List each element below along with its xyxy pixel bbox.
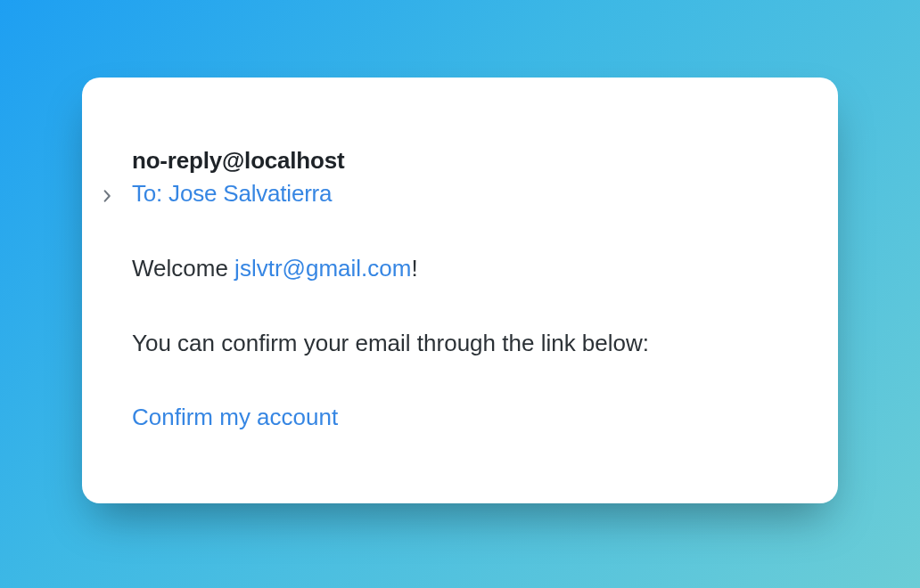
confirm-instruction-text: You can confirm your email through the l… — [132, 327, 788, 361]
to-line[interactable]: To: Jose Salvatierra — [132, 180, 332, 208]
expand-chevron-icon[interactable] — [103, 190, 111, 205]
from-address: no-reply@localhost — [132, 147, 788, 175]
recipient-email-link[interactable]: jslvtr@gmail.com — [234, 255, 411, 282]
welcome-prefix: Welcome — [132, 255, 234, 282]
welcome-suffix: ! — [411, 255, 417, 282]
email-header: no-reply@localhost To: Jose Salvatierra — [132, 147, 788, 208]
email-body: Welcome jslvtr@gmail.com! You can confir… — [132, 252, 788, 435]
welcome-line: Welcome jslvtr@gmail.com! — [132, 252, 788, 286]
email-card: no-reply@localhost To: Jose Salvatierra … — [82, 78, 838, 503]
to-recipient: Jose Salvatierra — [168, 180, 332, 207]
to-prefix: To: — [132, 180, 168, 207]
confirm-account-link[interactable]: Confirm my account — [132, 401, 338, 435]
